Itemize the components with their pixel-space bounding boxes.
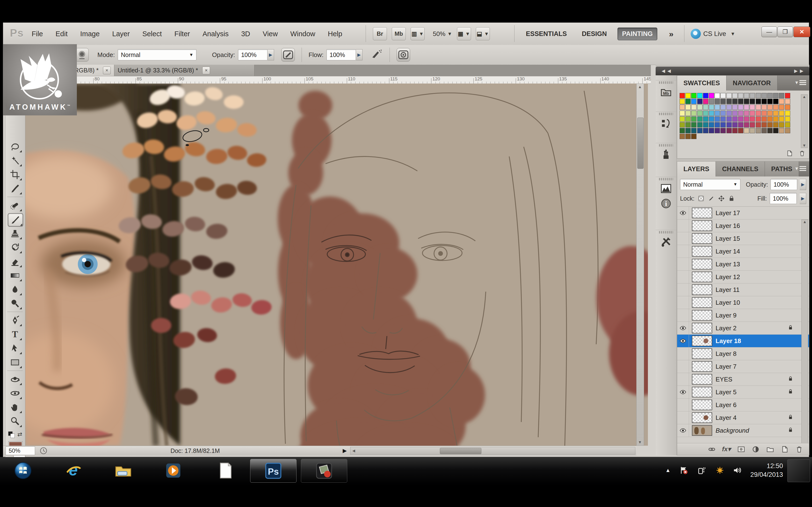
default-swap-colors[interactable]: ⇄ [7,431,24,440]
color-swatch[interactable] [773,116,778,122]
taskbar-start[interactable] [7,459,39,482]
color-swatch[interactable] [785,128,790,133]
taskbar-media-player[interactable] [158,459,189,482]
visibility-toggle-empty[interactable] [677,296,689,309]
color-swatch[interactable] [709,128,714,133]
color-swatch[interactable] [686,111,691,116]
layer-thumbnail[interactable] [692,233,712,244]
layer-name[interactable]: Layer 17 [716,209,740,217]
swatches-scrollbar[interactable]: ▲▼ [801,95,808,148]
scroll-left-icon[interactable]: ◀ [352,449,355,453]
hand-tool[interactable] [8,401,22,413]
delete-layer-icon[interactable] [795,445,803,453]
document-tab[interactable]: Untitled-1 @ 33.3% (RGB/8) * × [114,65,254,76]
layer-name[interactable]: Layer 18 [716,337,741,345]
menu-analysis[interactable]: Analysis [203,30,229,38]
layer-thumbnail[interactable] [692,348,712,359]
color-swatch[interactable] [686,99,691,104]
color-swatch[interactable] [732,93,738,98]
taskbar-notepad[interactable] [210,459,241,482]
visibility-toggle-empty[interactable] [677,373,689,386]
color-swatch[interactable] [703,105,708,110]
color-swatch[interactable] [738,105,743,110]
taskbar-internet-explorer[interactable]: e [58,459,89,482]
color-swatch[interactable] [691,111,697,116]
layer-thumbnail[interactable] [692,310,712,321]
scroll-down-icon[interactable]: ▼ [638,440,642,445]
color-swatch[interactable] [691,105,697,110]
color-swatch[interactable] [756,128,761,133]
color-swatch[interactable] [726,111,732,116]
layer-name[interactable]: Layer 4 [716,414,737,421]
visibility-toggle-empty[interactable] [677,245,689,258]
color-swatch[interactable] [779,128,784,133]
layer-row-eyes[interactable]: EYES [677,373,809,386]
drag-grip[interactable] [659,178,673,180]
spot-healing-tool[interactable] [8,199,22,212]
menu-file[interactable]: File [32,30,43,38]
lock-all-icon[interactable] [728,195,735,202]
color-swatch[interactable] [720,128,726,133]
visibility-toggle-empty[interactable] [677,347,689,360]
color-swatch[interactable] [697,128,703,133]
color-swatch[interactable] [750,122,755,127]
color-swatch[interactable] [715,93,720,98]
close-icon[interactable]: × [103,67,111,74]
color-swatch[interactable] [732,99,738,104]
color-swatch[interactable] [715,122,720,127]
layer-row-layer-2[interactable]: Layer 2 [677,322,809,335]
color-swatch[interactable] [761,116,767,122]
layer-name[interactable]: Background [716,427,749,434]
layer-row-layer-8[interactable]: Layer 8 [677,347,809,360]
cs-live-button[interactable]: CS Live ▼ [691,29,735,39]
layer-name[interactable]: Layer 7 [716,363,737,370]
color-swatch[interactable] [756,111,761,116]
color-swatch[interactable] [679,105,685,110]
color-swatch[interactable] [773,128,778,133]
color-swatch[interactable] [750,105,755,110]
color-swatch[interactable] [732,111,738,116]
color-swatch[interactable] [697,93,703,98]
dock-collapse-bar[interactable]: ◄◄ ►► [656,67,809,75]
brush-preset-picker[interactable] [75,48,89,62]
color-swatch[interactable] [732,105,738,110]
lock-transparency-icon[interactable] [698,195,705,202]
menu-image[interactable]: Image [80,30,100,38]
layers-scrollbar[interactable]: ▲▼ [801,219,808,447]
color-swatch[interactable] [709,122,714,127]
path-selection-tool[interactable] [8,342,22,355]
color-swatch[interactable] [785,99,790,104]
color-swatch[interactable] [756,93,761,98]
color-swatch[interactable] [703,128,708,133]
visibility-toggle-empty[interactable] [677,232,689,245]
color-swatch[interactable] [779,93,784,98]
color-swatch[interactable] [720,105,726,110]
fill-input[interactable]: 100% [770,193,797,204]
airbrush-toggle[interactable] [370,48,383,62]
color-swatch[interactable] [744,99,749,104]
color-swatch[interactable] [715,99,720,104]
bridge-button[interactable]: Br [373,27,387,40]
color-swatch[interactable] [738,99,743,104]
arrange-documents-button[interactable]: ▦▼ [457,27,471,40]
tool-kit-icon[interactable] [658,234,674,249]
mini-bridge-button[interactable]: Mb [392,27,406,40]
visibility-toggle-empty[interactable] [677,309,689,322]
color-swatch[interactable] [686,116,691,122]
action-center-icon[interactable] [679,465,689,475]
status-zoom-input[interactable]: 50% [6,446,35,455]
color-swatch[interactable] [744,116,749,122]
color-swatch[interactable] [779,111,784,116]
visibility-eye-icon[interactable] [677,335,689,347]
layer-row-layer-10[interactable]: Layer 10 [677,296,809,309]
layer-row-layer-13[interactable]: Layer 13 [677,258,809,271]
color-swatch[interactable] [715,105,720,110]
color-swatch[interactable] [703,99,708,104]
layer-name[interactable]: Layer 15 [716,235,740,242]
layer-name[interactable]: Layer 12 [716,273,740,281]
color-swatch[interactable] [744,93,749,98]
color-swatch[interactable] [738,116,743,122]
layer-name[interactable]: Layer 11 [716,286,740,294]
drag-grip[interactable] [659,144,673,147]
scroll-up-icon[interactable]: ▲ [803,220,807,224]
